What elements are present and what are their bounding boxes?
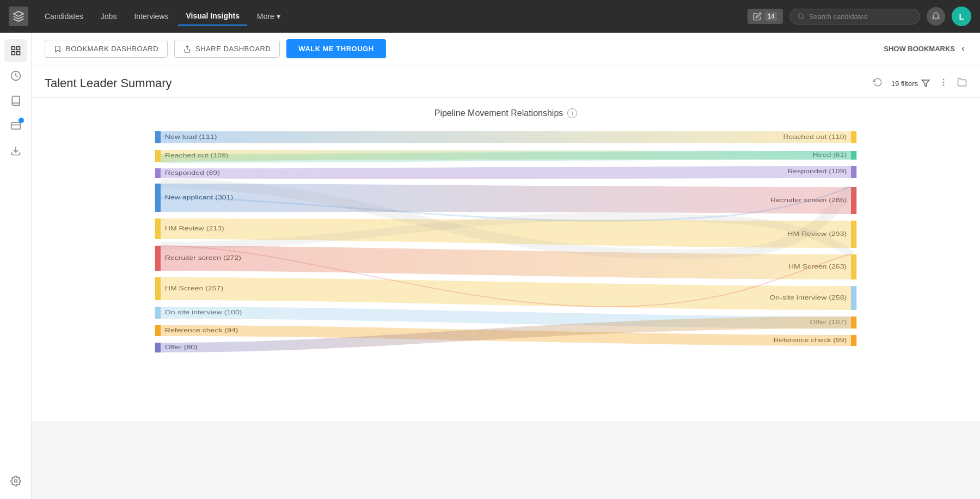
folder-icon (957, 77, 967, 87)
settings-icon (10, 476, 21, 486)
right-node-hm-screen (851, 254, 856, 279)
right-node-offer (851, 317, 856, 328)
logo[interactable] (9, 7, 28, 26)
chart-title: Pipeline Movement Relationships i (45, 108, 967, 118)
svg-rect-3 (11, 52, 15, 55)
edit-button[interactable]: 14 (748, 9, 783, 24)
avatar[interactable]: L (952, 7, 971, 26)
filters-button[interactable]: 19 filters (891, 79, 930, 88)
sidebar-item-dashboard[interactable] (4, 39, 27, 62)
left-node-hm-screen (155, 277, 161, 300)
svg-rect-4 (16, 52, 20, 55)
bookmark-dashboard-button[interactable]: BOOKMARK DASHBOARD (45, 40, 168, 58)
download-icon (10, 145, 21, 156)
left-node-responded (155, 168, 161, 178)
show-bookmarks-button[interactable]: SHOW BOOKMARKS (884, 45, 967, 53)
left-node-recruiter-screen (155, 246, 161, 271)
nav-links: Candidates Jobs Interviews Visual Insigh… (37, 7, 743, 26)
walk-me-through-button[interactable]: WALK ME THROUGH (286, 39, 385, 58)
left-node-reached-out (155, 150, 161, 162)
left-node-onsite (155, 307, 161, 319)
svg-marker-11 (922, 80, 929, 87)
share-dashboard-button[interactable]: SHARE DASHBOARD (174, 40, 280, 58)
flow-hm-screen-onsite (161, 277, 851, 310)
nav-right-section: 14 L (748, 7, 971, 26)
more-vertical-icon (939, 77, 948, 87)
left-node-refcheck (155, 325, 161, 336)
svg-point-12 (943, 79, 944, 80)
refresh-icon (873, 77, 883, 87)
logo-icon (13, 10, 24, 22)
page-title: Talent Leader Summary (45, 76, 172, 90)
svg-rect-2 (16, 47, 20, 50)
svg-point-14 (943, 85, 944, 86)
right-node-refcheck (851, 335, 856, 346)
edit-count: 14 (765, 12, 777, 21)
top-navigation: Candidates Jobs Interviews Visual Insigh… (0, 0, 980, 33)
page-actions: 19 filters (873, 77, 967, 89)
clock-icon (10, 70, 21, 81)
book-icon (10, 95, 21, 106)
search-bar[interactable] (789, 9, 920, 25)
svg-point-0 (799, 14, 803, 18)
filters-count: 19 filters (891, 80, 918, 88)
left-node-new-lead (155, 131, 161, 143)
left-node-hm-review (155, 218, 161, 239)
folder-button[interactable] (957, 77, 967, 89)
app-body: i BOOKMARK DASHBOARD (0, 33, 980, 499)
action-toolbar: BOOKMARK DASHBOARD SHARE DASHBOARD WALK … (32, 33, 980, 65)
svg-rect-1 (11, 47, 15, 50)
more-options-button[interactable] (939, 77, 948, 89)
sidebar-item-clock[interactable] (4, 64, 27, 87)
sidebar-item-settings[interactable] (4, 470, 27, 492)
svg-point-13 (943, 82, 944, 83)
right-node-hired (851, 151, 856, 160)
page-header: Talent Leader Summary 19 filters (32, 65, 980, 98)
bookmark-icon (54, 45, 62, 53)
right-node-hm-review (851, 221, 856, 248)
left-node-new-applicant (155, 184, 161, 212)
bell-icon (932, 12, 940, 21)
chart-container: Pipeline Movement Relationships i (32, 98, 980, 421)
sankey-chart: New lead (111) Reached out (109) Respond… (45, 127, 967, 410)
search-icon (798, 13, 805, 20)
notifications-button[interactable] (927, 7, 945, 26)
search-input[interactable] (809, 13, 912, 21)
svg-rect-6 (11, 123, 20, 129)
refresh-button[interactable] (873, 77, 883, 89)
sidebar-item-download[interactable] (4, 139, 27, 162)
dashboard-icon (10, 45, 21, 56)
chart-info-icon[interactable]: i (567, 108, 577, 118)
sidebar-item-info[interactable]: i (4, 114, 27, 137)
flow-new-lead-reached-out (161, 131, 851, 143)
left-sidebar: i (0, 33, 32, 499)
chevron-left-icon (959, 45, 967, 53)
edit-icon (753, 12, 762, 21)
svg-point-9 (14, 480, 17, 483)
nav-more[interactable]: More ▾ (249, 8, 288, 25)
main-content: BOOKMARK DASHBOARD SHARE DASHBOARD WALK … (32, 33, 980, 499)
share-icon (183, 45, 191, 53)
nav-interviews[interactable]: Interviews (126, 8, 176, 25)
flow-responded-responded (161, 166, 851, 179)
nav-candidates[interactable]: Candidates (37, 8, 91, 25)
filter-icon (921, 79, 930, 88)
nav-visual-insights[interactable]: Visual Insights (178, 7, 247, 26)
nav-jobs[interactable]: Jobs (93, 8, 125, 25)
sidebar-item-book[interactable] (4, 89, 27, 112)
left-node-offer-left (155, 343, 161, 352)
sankey-svg: New lead (111) Reached out (109) Respond… (45, 127, 967, 410)
right-node-onsite (851, 286, 856, 310)
info-notification-badge: i (19, 118, 24, 123)
right-node-responded (851, 166, 856, 178)
right-node-reached-out (851, 131, 856, 143)
